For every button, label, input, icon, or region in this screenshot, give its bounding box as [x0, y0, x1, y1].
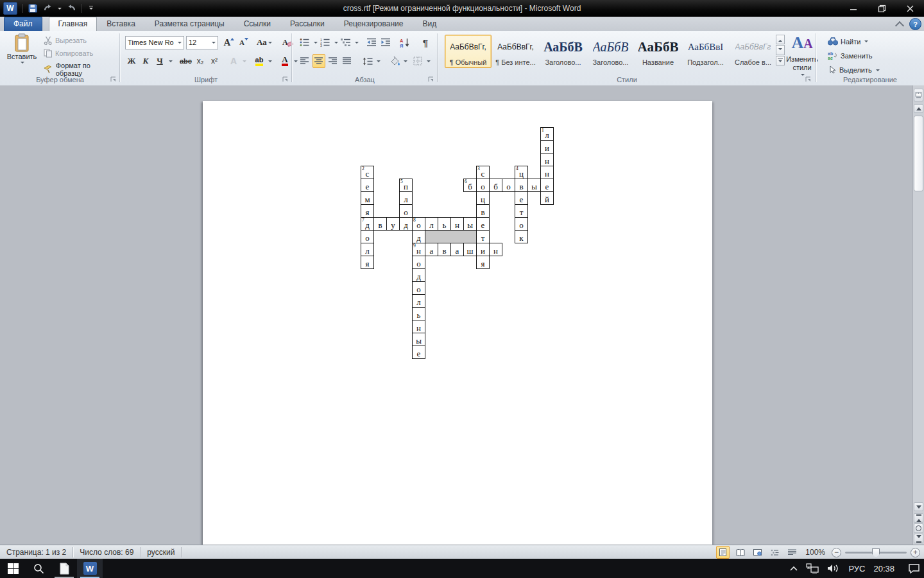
find-button[interactable]: Найти — [825, 36, 882, 47]
zoom-slider-track[interactable] — [845, 552, 907, 554]
tab-Ссылки[interactable]: Ссылки — [234, 17, 280, 31]
multilevel-dropdown-arrow[interactable] — [355, 42, 359, 46]
font-name-combo[interactable]: Times New Ro — [125, 36, 184, 49]
draft-view-button[interactable] — [785, 546, 799, 559]
grow-font-button[interactable]: А — [223, 35, 235, 49]
style-scroll-up[interactable] — [776, 35, 785, 44]
undo-dropdown-arrow[interactable] — [58, 8, 62, 12]
style-card-4[interactable]: АаБбВЗаголово... — [587, 35, 634, 68]
start-button[interactable] — [0, 559, 26, 578]
italic-button[interactable]: К — [139, 54, 152, 68]
bold-button[interactable]: Ж — [125, 54, 138, 68]
help-button[interactable]: ? — [909, 18, 921, 30]
clock[interactable]: 20:38 — [873, 564, 894, 574]
style-card-3[interactable]: АаБбВЗаголово... — [540, 35, 586, 68]
clipboard-dialog-launcher[interactable] — [110, 76, 117, 83]
highlight-dropdown-arrow[interactable] — [268, 60, 272, 64]
outline-view-button[interactable] — [768, 546, 782, 559]
align-left-button[interactable] — [298, 54, 311, 68]
align-right-button[interactable] — [327, 54, 339, 68]
next-page-button[interactable] — [914, 534, 923, 543]
tab-Вид[interactable]: Вид — [413, 17, 446, 31]
style-card-7[interactable]: АаБбВвГгСлабое в... — [730, 35, 776, 68]
save-button[interactable] — [27, 3, 38, 14]
underline-button[interactable]: Ч — [153, 54, 166, 68]
paragraph-dialog-launcher[interactable] — [427, 76, 434, 83]
style-gallery-expand[interactable] — [776, 56, 785, 66]
shading-dropdown-arrow[interactable] — [404, 60, 407, 64]
show-hide-marks-button[interactable]: ¶ — [419, 35, 432, 49]
style-card-6[interactable]: АаБбВвІПодзагол... — [682, 35, 729, 68]
close-button[interactable] — [896, 0, 924, 17]
previous-page-button[interactable] — [914, 513, 923, 523]
tab-Рецензирование[interactable]: Рецензирование — [334, 17, 413, 31]
web-layout-view-button[interactable] — [751, 546, 764, 559]
sort-button[interactable]: А Я — [398, 35, 411, 49]
taskbar-word-button[interactable]: W — [77, 559, 103, 578]
language-indicator[interactable]: РУС — [848, 564, 865, 574]
tab-Главная[interactable]: Главная — [49, 17, 98, 31]
select-browse-object-button[interactable] — [914, 523, 923, 533]
tab-Разметка страницы[interactable]: Разметка страницы — [145, 17, 234, 31]
customize-qat-button[interactable] — [85, 3, 97, 14]
bullets-button[interactable] — [298, 35, 311, 49]
collapse-ribbon-icon[interactable] — [895, 21, 904, 30]
numbering-button[interactable]: 123 — [319, 35, 332, 49]
align-center-button[interactable] — [312, 54, 325, 68]
tab-Рассылки[interactable]: Рассылки — [280, 17, 334, 31]
zoom-out-button[interactable]: − — [832, 548, 841, 557]
text-effects-dropdown-arrow[interactable] — [243, 60, 246, 64]
styles-dialog-launcher[interactable] — [805, 76, 812, 83]
undo-button[interactable] — [42, 3, 54, 14]
subscript-button[interactable]: x₂ — [194, 54, 207, 68]
increase-indent-button[interactable] — [379, 35, 392, 49]
tab-Файл[interactable]: Файл — [4, 17, 42, 31]
vertical-scrollbar[interactable] — [912, 85, 924, 545]
tab-Вставка[interactable]: Вставка — [97, 17, 145, 31]
redo-button[interactable] — [65, 3, 77, 14]
style-card-2[interactable]: АаБбВвГг,¶ Без инте... — [492, 35, 539, 68]
taskbar-document-app-button[interactable] — [51, 559, 77, 578]
bullets-dropdown-arrow[interactable] — [314, 42, 318, 46]
action-center-icon[interactable] — [908, 563, 920, 574]
page-indicator[interactable]: Страница: 1 из 2 — [0, 545, 73, 559]
highlight-button[interactable]: ab — [253, 54, 266, 68]
word-count[interactable]: Число слов: 69 — [73, 545, 140, 559]
document-page[interactable]: 1линней2семя7доля3соцветия4цветок5плод6б… — [203, 101, 712, 545]
style-card-5[interactable]: АаБбВНазвание — [635, 35, 681, 68]
copy-button[interactable]: Копировать — [41, 48, 120, 59]
style-scroll-down[interactable] — [776, 45, 785, 55]
shrink-font-button[interactable]: А — [237, 35, 250, 49]
restore-button[interactable] — [868, 0, 896, 17]
font-dialog-launcher[interactable] — [282, 76, 289, 83]
font-size-combo[interactable]: 12 — [186, 36, 218, 49]
decrease-indent-button[interactable] — [365, 35, 378, 49]
line-spacing-dropdown-arrow[interactable] — [377, 60, 381, 64]
minimize-button[interactable] — [839, 0, 868, 17]
network-icon[interactable] — [806, 563, 819, 574]
taskbar-search-button[interactable] — [26, 559, 51, 578]
zoom-in-button[interactable]: + — [911, 548, 920, 557]
borders-dropdown-arrow[interactable] — [427, 60, 431, 64]
underline-dropdown-arrow[interactable] — [169, 60, 173, 64]
strikethrough-button[interactable]: abc — [179, 54, 193, 68]
borders-button[interactable] — [411, 54, 424, 68]
scroll-down-button[interactable] — [914, 502, 923, 511]
change-case-button[interactable]: Аа — [256, 35, 273, 49]
superscript-button[interactable]: x² — [208, 54, 221, 68]
replace-button[interactable]: ab ac Заменить — [825, 50, 882, 61]
style-card-1[interactable]: АаБбВвГг,¶ Обычный — [445, 35, 492, 68]
shading-button[interactable] — [388, 54, 401, 68]
volume-icon[interactable] — [827, 563, 840, 574]
scroll-up-button[interactable] — [914, 104, 923, 113]
text-effects-button[interactable]: А — [227, 54, 240, 68]
line-spacing-button[interactable] — [361, 54, 374, 68]
numbering-dropdown-arrow[interactable] — [334, 42, 338, 46]
scrollbar-thumb[interactable] — [914, 116, 923, 191]
ruler-toggle-button[interactable] — [914, 89, 923, 101]
paste-dropdown-arrow[interactable] — [21, 62, 24, 66]
language-indicator[interactable]: русский — [141, 545, 181, 559]
cut-button[interactable]: Вырезать — [41, 35, 120, 46]
select-button[interactable]: Выделить — [825, 64, 882, 76]
font-color-button[interactable]: А — [278, 54, 291, 68]
